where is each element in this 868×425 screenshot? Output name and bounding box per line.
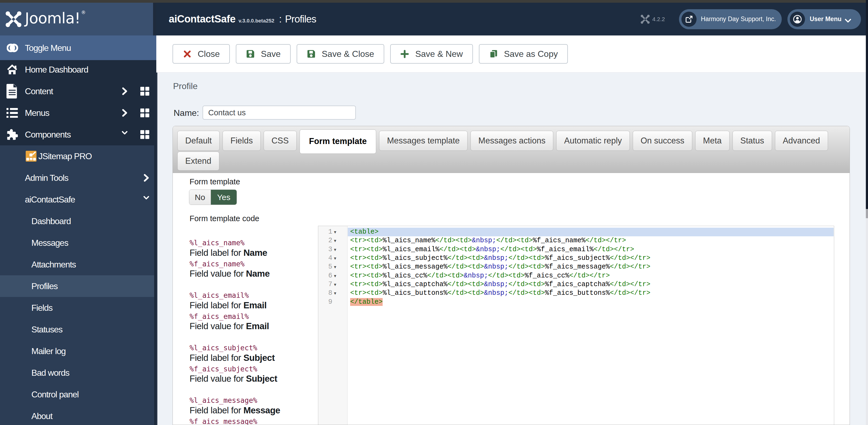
save-new-button[interactable]: Save & New: [390, 44, 473, 64]
gutter-line-4[interactable]: 4▾: [318, 254, 347, 262]
toggle-yes-button[interactable]: Yes: [211, 190, 237, 205]
fold-arrow-icon[interactable]: ▾: [334, 289, 336, 298]
gutter-line-1[interactable]: 1▾: [318, 228, 347, 236]
code-line-2[interactable]: <tr><td>%l_aics_name%</td><td>&nbsp;</td…: [348, 236, 834, 245]
tab-advanced[interactable]: Advanced: [775, 131, 828, 151]
gutter-line-6[interactable]: 6▾: [318, 272, 347, 280]
sidebar-item-attachments[interactable]: Attachments: [0, 254, 154, 275]
sidebar-item-dashboard[interactable]: Dashboard: [0, 210, 154, 232]
code-line-5[interactable]: <tr><td>%l_aics_message%</td><td>&nbsp;<…: [348, 262, 834, 271]
fold-arrow-icon[interactable]: ▾: [334, 228, 336, 236]
joomla-version-icon: [641, 15, 650, 24]
sidebar-item-home-dashboard[interactable]: Home Dashboard: [0, 59, 156, 80]
sidebar-item-content[interactable]: Content: [0, 80, 156, 102]
placeholder-token: %l_aics_message%: [190, 396, 257, 404]
placeholder-description: Field value for Name: [190, 268, 270, 279]
gutter-line-2[interactable]: 2▾: [318, 236, 347, 245]
tab-meta[interactable]: Meta: [695, 131, 730, 151]
placeholder-token: %l_aics_name%: [190, 239, 245, 247]
dashboard-grid-icon[interactable]: [140, 87, 149, 96]
sidebar-item-profiles[interactable]: Profiles: [0, 275, 154, 297]
fold-arrow-icon[interactable]: ▾: [334, 254, 336, 263]
editor-gutter: 1▾2▾3▾4▾5▾6▾7▾8▾9: [318, 226, 347, 425]
code-line-8[interactable]: <tr><td>%l_aics_buttons%</td><td>&nbsp;<…: [348, 289, 834, 298]
chevron-down-icon: [122, 131, 128, 139]
save-close-button[interactable]: Save & Close: [297, 44, 384, 64]
placeholder-description: Field label for Name: [190, 248, 267, 258]
tabs-container: DefaultFieldsCSSForm templateMessages te…: [173, 126, 850, 425]
sidebar-item-aicontactsafe[interactable]: aiContactSafe: [0, 189, 154, 210]
sidebar-item-mailer-log[interactable]: Mailer log: [0, 340, 154, 362]
tab-messages-template[interactable]: Messages template: [379, 131, 468, 151]
close-button[interactable]: Close: [173, 44, 230, 64]
legend-gap: [190, 332, 283, 342]
tab-messages-actions[interactable]: Messages actions: [470, 131, 553, 151]
sidebar: Joomla!® Toggle Menu Home DashboardConte…: [0, 3, 156, 425]
sidebar-submenu: PROJSitemap PROAdmin ToolsaiContactSafeD…: [0, 145, 154, 425]
form-template-code-label: Form template code: [190, 214, 259, 223]
user-menu-button[interactable]: User Menu: [787, 9, 861, 29]
placeholder-token: %f_aics_name%: [190, 260, 245, 268]
code-line-3[interactable]: <tr><td>%l_aics_email%</td><td>&nbsp;</t…: [348, 245, 834, 254]
sidebar-item-bad-words[interactable]: Bad words: [0, 362, 154, 384]
name-input[interactable]: [203, 106, 356, 120]
name-label: Name:: [174, 108, 199, 118]
code-line-4[interactable]: <tr><td>%l_aics_subject%</td><td>&nbsp;<…: [348, 254, 834, 262]
form-template-label: Form template: [190, 177, 240, 186]
tab-on-success[interactable]: On success: [633, 131, 692, 151]
gutter-line-5[interactable]: 5▾: [318, 262, 347, 271]
save-as-copy-button[interactable]: Save as Copy: [479, 44, 568, 64]
sidebar-item-fields[interactable]: Fields: [0, 297, 154, 319]
save-button[interactable]: Save: [236, 44, 291, 64]
sidebar-item-admin-tools[interactable]: Admin Tools: [0, 167, 154, 189]
placeholder-description: Field value for Email: [190, 321, 269, 331]
tab-extend[interactable]: Extend: [177, 151, 219, 171]
sidebar-item-messages[interactable]: Messages: [0, 232, 154, 254]
page-heading: aiContactSafe v.3.0.0.beta252 : Profiles: [169, 13, 316, 25]
chevron-right-icon: [143, 174, 149, 182]
tab-css[interactable]: CSS: [264, 131, 297, 151]
sidebar-item-components[interactable]: Components: [0, 124, 156, 145]
sidebar-item-jsitemap-pro[interactable]: PROJSitemap PRO: [0, 145, 154, 167]
sidebar-item-toggle-menu[interactable]: Toggle Menu: [0, 35, 156, 60]
code-editor[interactable]: 1▾2▾3▾4▾5▾6▾7▾8▾9 <table><tr><td>%l_aics…: [318, 226, 834, 425]
fold-arrow-icon[interactable]: ▾: [334, 272, 336, 280]
dashboard-grid-icon[interactable]: [140, 109, 149, 117]
sidebar-item-about[interactable]: About: [0, 405, 154, 425]
editor-code-area[interactable]: <table><tr><td>%l_aics_name%</td><td>&nb…: [348, 228, 834, 306]
code-line-6[interactable]: <tr><td>%l_aics_cc%</td><td>&nbsp;</td><…: [348, 272, 834, 280]
placeholder-description: Field label for Subject: [190, 353, 275, 363]
tabs-row-2: Extend: [177, 151, 222, 171]
code-line-7[interactable]: <tr><td>%l_aics_captcha%</td><td>&nbsp;<…: [348, 280, 834, 289]
puzzle-icon: [6, 129, 18, 140]
fold-arrow-icon[interactable]: ▾: [334, 246, 336, 254]
tab-panel-form-template: Form template No Yes Form template code …: [173, 173, 849, 425]
tab-default[interactable]: Default: [177, 131, 220, 151]
admin-header: aiContactSafe v.3.0.0.beta252 : Profiles…: [153, 3, 868, 35]
sidebar-item-control-panel[interactable]: Control panel: [0, 384, 154, 405]
tab-fields[interactable]: Fields: [222, 131, 261, 151]
sidebar-item-menus[interactable]: Menus: [0, 102, 156, 124]
fold-arrow-icon[interactable]: ▾: [334, 280, 336, 289]
tab-form-template[interactable]: Form template: [300, 130, 376, 154]
title-separator: :: [279, 13, 282, 25]
gutter-line-3[interactable]: 3▾: [318, 245, 347, 254]
dashboard-grid-icon[interactable]: [140, 130, 149, 139]
fold-arrow-icon[interactable]: ▾: [334, 236, 336, 245]
code-line-1[interactable]: <table>: [348, 228, 834, 236]
main-content: Profile Name: DefaultFieldsCSSForm templ…: [156, 73, 868, 425]
joomla-logo: Joomla!®: [0, 3, 153, 35]
tab-automatic-reply[interactable]: Automatic reply: [556, 131, 630, 151]
tab-status[interactable]: Status: [733, 131, 772, 151]
component-version: v.3.0.0.beta252: [239, 18, 275, 24]
gutter-line-8[interactable]: 8▾: [318, 289, 347, 298]
code-line-9[interactable]: </table>: [348, 298, 834, 306]
fold-arrow-icon[interactable]: ▾: [334, 263, 336, 272]
jsitemap-icon: PRO: [26, 151, 36, 162]
sidebar-item-statuses[interactable]: Statuses: [0, 319, 154, 340]
placeholder-description: Field label for Email: [190, 300, 267, 310]
toggle-no-button[interactable]: No: [189, 190, 211, 205]
gutter-line-7[interactable]: 7▾: [318, 280, 347, 289]
placeholder-token: %f_aics_email%: [190, 312, 249, 320]
site-preview-button[interactable]: Harmony Day Support, Inc.: [679, 9, 782, 29]
